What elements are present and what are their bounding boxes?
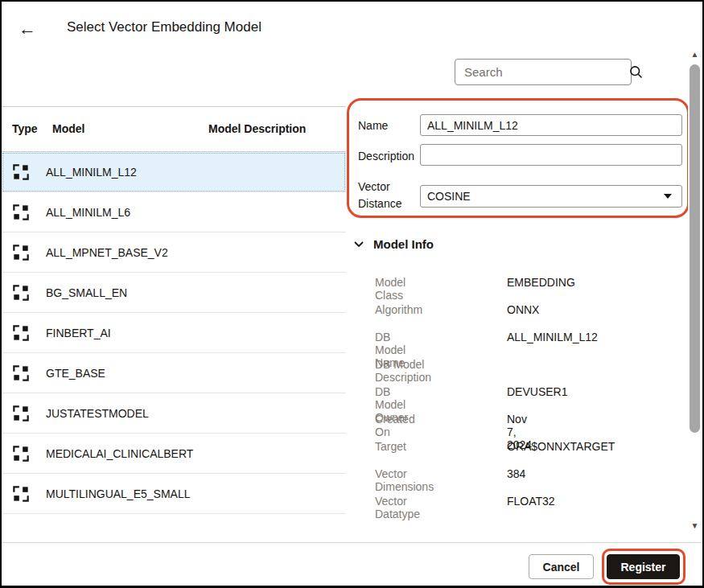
info-value: ONNX [507,303,539,316]
info-row-vector-datatype: Vector Datatype FLOAT32 [2,495,340,509]
scrollbar-thumb[interactable] [690,64,700,433]
back-button[interactable]: ← [13,16,42,42]
info-row-created-on: Created On Nov 7, 2024 [2,413,340,427]
column-header-model: Model [52,122,84,135]
vector-distance-value: COSINE [427,190,471,203]
select-vector-embedding-model-dialog: ← Select Vector Embedding Model Type Mod… [0,0,704,588]
footer-divider [2,542,702,543]
info-row-vector-dimensions: Vector Dimensions 384 [2,467,340,482]
info-row-target: Target ORA$ONNXTARGET [2,440,340,454]
model-name: ALL_MINILM_L6 [46,206,130,219]
info-label: DB Model Description [375,358,431,384]
table-row-all-mpnet-base-v2[interactable]: ALL_MPNET_BASE_V2 [2,232,346,273]
info-value: EMBEDDING [507,276,575,289]
register-button[interactable]: Register [607,554,680,579]
page-title: Select Vector Embedding Model [67,19,261,35]
search-input[interactable] [455,65,629,79]
description-label: Description [358,150,414,162]
info-row-db-model-description: DB Model Description [2,358,340,372]
model-info-title: Model Info [373,237,434,251]
info-value: 384 [507,467,525,480]
table-row-all-minilm-l6[interactable]: ALL_MINILM_L6 [2,192,346,232]
cancel-button[interactable]: Cancel [529,554,594,579]
column-header-model-description: Model Description [208,122,306,135]
info-label: Created On [375,413,415,438]
model-name: ALL_MINILM_L12 [46,166,137,179]
info-label: Target [375,440,406,453]
info-value: ALL_MINILM_L12 [507,331,598,343]
scroll-down-icon[interactable]: ▼ [688,520,702,532]
model-info-section-header[interactable]: Model Info [354,236,434,251]
info-label: Vector Dimensions [375,467,434,493]
model-name: ALL_MPNET_BASE_V2 [46,246,168,259]
search-icon[interactable] [629,65,651,79]
table-header: Type Model Model Description [2,106,346,152]
info-label: Algorithm [375,303,422,316]
chevron-down-icon [664,194,672,199]
vector-distance-select[interactable]: COSINE [420,185,682,208]
vertical-scrollbar[interactable]: ▲ ▼ [688,48,702,532]
info-value: ORA$ONNXTARGET [507,440,615,453]
name-label: Name [358,119,388,132]
model-icon [10,202,31,223]
search-box [455,59,632,85]
info-value: FLOAT32 [507,495,555,508]
description-field[interactable] [420,144,682,166]
chevron-down-icon [354,236,364,251]
table-row-all-minilm-l12[interactable]: ALL_MINILM_L12 [2,152,346,192]
scroll-up-icon[interactable]: ▲ [688,48,702,61]
model-icon [10,162,31,183]
name-field[interactable] [420,114,682,136]
info-row-algorithm: Algorithm ONNX [2,303,340,318]
info-row-db-model-name: DB Model Name ALL_MINILM_L12 [2,331,340,345]
info-row-db-model-owner: DB Model Owner DEVUSER1 [2,385,340,400]
column-header-type: Type [12,122,38,135]
vector-distance-label: Vector Distance [358,179,418,212]
info-value: DEVUSER1 [507,385,567,398]
info-label: Model Class [375,276,406,302]
model-icon [10,242,31,263]
info-row-model-class: Model Class EMBEDDING [2,276,340,290]
info-label: Vector Datatype [375,495,420,520]
